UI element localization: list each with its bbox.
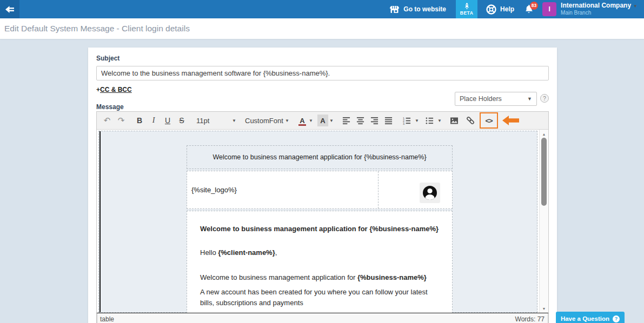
email-logo-row[interactable]: {%site_logo%} (187, 171, 453, 209)
email-welcome-line: Welcome to business management applicati… (200, 272, 439, 283)
svg-text:3.: 3. (403, 122, 405, 125)
word-count: Words: 77 (515, 315, 545, 323)
rich-text-editor: ↶ ↷ B I U S 11pt ▼ CustomFont ▼ A (96, 111, 549, 323)
bullet-list-button[interactable] (422, 113, 436, 127)
source-code-highlight-box: <> (480, 112, 498, 129)
logo-image-cell[interactable] (379, 171, 452, 208)
chevron-down-icon: ▼ (527, 96, 532, 102)
source-code-button[interactable]: <> (482, 113, 496, 127)
go-to-website-label: Go to website (403, 5, 446, 13)
editor-canvas[interactable]: Welcome to business management applicati… (97, 130, 548, 313)
have-a-question-button[interactable]: Have a Question ? (556, 312, 625, 323)
background-color-button[interactable]: A (317, 115, 328, 126)
email-body-text: A new account has been created for you w… (200, 287, 439, 308)
numbered-list-icon: 1.2.3. (403, 117, 411, 125)
orange-arrow-annotation (502, 115, 520, 126)
italic-button[interactable]: I (147, 113, 161, 127)
beta-label: BETA (460, 10, 474, 16)
font-family-select[interactable]: CustomFont ▼ (242, 113, 293, 127)
bullet-list-caret[interactable]: ▼ (436, 118, 443, 123)
scrollbar-thumb[interactable] (541, 138, 547, 206)
help-link[interactable]: Help (486, 4, 514, 15)
insert-image-button[interactable] (447, 113, 461, 127)
question-mark-icon: ? (613, 315, 620, 322)
bullet-list-icon (426, 117, 434, 125)
message-label: Message (96, 103, 124, 111)
branch-name: Main Branch (561, 10, 638, 16)
numbered-list-caret[interactable]: ▼ (414, 118, 420, 123)
editor-scrollbar[interactable]: ▲ ▼ (539, 130, 548, 313)
page-title: Edit Default System Message - Client log… (4, 24, 190, 33)
page-title-bar: Edit Default System Message - Client log… (0, 18, 644, 39)
storefront-icon (389, 5, 400, 14)
redo-button[interactable]: ↷ (114, 113, 128, 127)
text-color-button[interactable]: A (297, 115, 308, 126)
business-name-placeholder: {%business-name%} (357, 273, 427, 281)
have-a-question-label: Have a Question (561, 315, 609, 322)
message-editor-card: Subject +CC & BCC Place Holders ▼ ? Mess… (88, 48, 557, 323)
editor-statusbar: table Words: 77 (97, 313, 548, 323)
chevron-down-icon: ▼ (285, 118, 289, 123)
go-to-website-link[interactable]: Go to website (389, 5, 446, 14)
subject-label: Subject (96, 55, 549, 62)
email-header-cell[interactable]: Welcome to business management applicati… (187, 145, 453, 169)
undo-button[interactable]: ↶ (100, 113, 114, 127)
site-logo-cell[interactable]: {%site_logo%} (187, 171, 379, 208)
align-right-icon (370, 117, 379, 125)
font-size-select[interactable]: 11pt ▼ (193, 113, 240, 127)
link-icon (466, 116, 475, 125)
editor-toolbar: ↶ ↷ B I U S 11pt ▼ CustomFont ▼ A (97, 112, 548, 130)
person-circle-icon (422, 185, 437, 200)
account-image[interactable] (420, 183, 440, 203)
element-path[interactable]: table (100, 315, 114, 323)
topbar: Go to website BETA (0, 0, 644, 18)
company-avatar: I (542, 2, 556, 16)
plus-icon: + (96, 86, 100, 93)
bold-button[interactable]: B (132, 113, 147, 127)
underline-button[interactable]: U (161, 113, 175, 127)
placeholders-help-icon[interactable]: ? (540, 94, 549, 103)
align-right-button[interactable] (367, 113, 381, 127)
company-name: International Company (561, 2, 631, 9)
align-center-button[interactable] (353, 113, 367, 127)
lifebuoy-icon (486, 4, 496, 15)
placeholders-label: Place Holders (460, 95, 502, 103)
align-left-button[interactable] (339, 113, 353, 127)
text-color-caret[interactable]: ▼ (308, 118, 314, 123)
scroll-down-arrow[interactable]: ▼ (540, 305, 548, 312)
rocket-icon (464, 3, 470, 10)
notification-count-badge: 83 (530, 2, 538, 10)
align-center-icon (356, 117, 364, 125)
background-color-caret[interactable]: ▼ (328, 118, 335, 123)
text-cursor (99, 131, 101, 312)
email-inner-table[interactable]: Welcome to business management applicati… (187, 145, 453, 313)
beta-badge[interactable]: BETA (456, 0, 477, 18)
subject-input[interactable] (96, 66, 549, 80)
chevron-down-icon: ▼ (633, 4, 638, 9)
notifications-button[interactable]: 83 (524, 4, 534, 15)
align-justify-icon (384, 117, 393, 125)
text-color-swatch (298, 124, 306, 126)
email-greeting: Hello {%client-name%}, (200, 247, 439, 258)
scroll-up-arrow[interactable]: ▲ (540, 130, 548, 138)
email-outer-table[interactable]: Welcome to business management applicati… (98, 131, 537, 313)
insert-link-button[interactable] (463, 113, 477, 127)
help-label: Help (500, 5, 514, 13)
placeholders-dropdown[interactable]: Place Holders ▼ (455, 92, 537, 106)
numbered-list-button[interactable]: 1.2.3. (400, 113, 414, 127)
cc-bcc-link[interactable]: +CC & BCC (96, 86, 132, 93)
image-icon (450, 117, 459, 125)
align-justify-button[interactable] (381, 113, 395, 127)
strikethrough-button[interactable]: S (175, 113, 189, 127)
chevron-down-icon: ▼ (232, 118, 236, 123)
cc-bcc-label: CC & BCC (100, 86, 132, 93)
align-left-icon (342, 117, 350, 125)
client-name-placeholder: {%client-name%} (218, 248, 275, 257)
email-heading: Welcome to business management applicati… (200, 224, 439, 234)
back-button[interactable] (0, 0, 19, 18)
email-body-cell[interactable]: Welcome to business management applicati… (187, 211, 453, 313)
back-arrow-icon (5, 6, 15, 13)
account-menu[interactable]: I International Company▼ Main Branch (542, 2, 638, 16)
